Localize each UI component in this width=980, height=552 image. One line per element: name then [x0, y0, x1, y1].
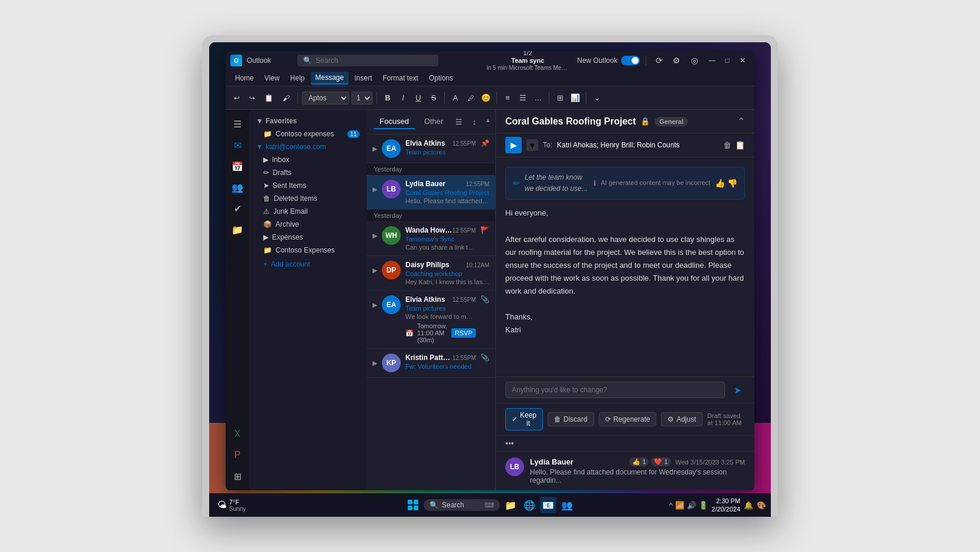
thumbs-up-icon[interactable]: 👍: [715, 177, 725, 190]
email-compose-area[interactable]: Hi everyone, After careful consideration…: [505, 207, 745, 336]
list-button[interactable]: ☰: [516, 92, 529, 105]
menu-options[interactable]: Options: [424, 72, 458, 84]
clipboard-button[interactable]: 📋: [261, 90, 277, 106]
sidebar-icon-mail[interactable]: ✉: [228, 136, 247, 154]
toolbar-settings-icon[interactable]: ⚙: [670, 53, 684, 68]
align-button[interactable]: ≡: [501, 92, 514, 105]
send-options-button[interactable]: ▾: [526, 139, 538, 151]
underline-button[interactable]: U: [412, 92, 425, 105]
email-item-kristin[interactable]: ▶ KP Kristin Patterson (2) 12:55PM Fw: V…: [367, 349, 495, 378]
taskbar-chevron-icon[interactable]: ^: [669, 501, 673, 510]
text-color-button[interactable]: A: [449, 92, 462, 105]
table-button[interactable]: ⊞: [553, 92, 566, 105]
sidebar-icon-grid[interactable]: ⊞: [228, 467, 247, 486]
toolbar-account-icon[interactable]: ◎: [687, 53, 702, 68]
reply-send-button[interactable]: ➤: [730, 382, 745, 398]
reply-input[interactable]: [505, 382, 725, 398]
undo-button[interactable]: ↩: [230, 90, 243, 106]
taskbar-sound-icon[interactable]: 🔊: [687, 501, 696, 510]
email-item-elvia-2[interactable]: ▶ EA Elvia Atkins 12:55PM Team pictures …: [367, 291, 495, 349]
sidebar-icon-excel[interactable]: X: [228, 425, 247, 443]
folder-expenses[interactable]: ▶ Expenses: [249, 231, 367, 244]
filter-icon[interactable]: ☰: [452, 116, 465, 129]
highlight-button[interactable]: 🖊: [464, 92, 477, 105]
email-item-lydia[interactable]: ▶ LB Lydia Bauer 12:55PM Coral Gables Ro…: [367, 175, 495, 210]
size-selector[interactable]: 12: [351, 92, 372, 105]
expand-collapse-icon[interactable]: ⌃: [737, 116, 745, 127]
taskbar-wifi-icon[interactable]: 📶: [675, 501, 684, 510]
taskbar-battery-icon[interactable]: 🔋: [699, 501, 708, 510]
folder-contoso-expenses2[interactable]: 📁 Contoso Expenses: [249, 244, 367, 257]
email-item-elvia-pinned[interactable]: ▶ EA Elvia Atkins 12:55PM Team pictures …: [367, 134, 495, 163]
menu-insert[interactable]: Insert: [350, 72, 377, 84]
folder-archive[interactable]: 📦 Archive: [249, 218, 367, 231]
recipients-field[interactable]: Katri Ahokas; Henry Brill; Robin Counts: [557, 141, 680, 149]
regenerate-button[interactable]: ⟳ Regenerate: [599, 412, 657, 426]
chart-button[interactable]: 📊: [569, 92, 582, 105]
menu-message[interactable]: Message: [311, 72, 349, 85]
add-account-button[interactable]: + Add account: [249, 257, 367, 272]
sidebar-icon-contacts[interactable]: 👥: [228, 178, 247, 197]
taskbar-teams-app[interactable]: 👥: [559, 497, 575, 513]
sidebar-icon-calendar[interactable]: 📅: [228, 157, 247, 176]
sidebar-icon-tasks[interactable]: ✔: [228, 199, 247, 218]
expand-toolbar-button[interactable]: ⌄: [590, 92, 603, 105]
new-outlook-toggle[interactable]: New Outlook: [577, 56, 640, 65]
rsvp-badge[interactable]: RSVP: [451, 328, 476, 338]
menu-view[interactable]: View: [260, 72, 284, 84]
sort-icon[interactable]: ↕: [468, 116, 481, 129]
taskbar-notification-icon[interactable]: 🔔: [744, 501, 753, 510]
bold-button[interactable]: B: [381, 92, 394, 105]
emoji-button[interactable]: 😊: [479, 92, 492, 105]
taskbar-clock[interactable]: 2:30 PM 2/20/2024: [711, 497, 740, 514]
tab-other[interactable]: Other: [418, 115, 449, 129]
toolbar-refresh-icon[interactable]: ⟳: [652, 53, 666, 68]
sidebar-icon-powerpoint[interactable]: P: [228, 446, 247, 465]
taskbar-edge-browser[interactable]: 🌐: [521, 497, 538, 513]
minimize-button[interactable]: —: [705, 53, 719, 68]
menu-format-text[interactable]: Format text: [378, 72, 423, 84]
taskbar-file-explorer[interactable]: 📁: [502, 497, 519, 513]
folder-sent-items[interactable]: ➤ Sent Items: [249, 179, 367, 192]
tab-focused[interactable]: Focused: [374, 115, 415, 129]
favorites-section[interactable]: ▼ Favorites: [249, 115, 367, 127]
folder-contoso-expenses[interactable]: 📁 Contoso expenses 11: [249, 127, 367, 140]
scroll-up-icon[interactable]: ▲: [483, 116, 492, 125]
weather-widget[interactable]: 🌤 7°F Sunny: [214, 497, 249, 513]
sidebar-icon-hamburger[interactable]: ☰: [228, 115, 247, 133]
sidebar-icon-files[interactable]: 📁: [228, 220, 247, 239]
folder-drafts[interactable]: ✏ Drafts: [249, 166, 367, 179]
send-button[interactable]: ▶: [505, 137, 522, 153]
windows-start-button[interactable]: [405, 497, 421, 513]
copy-icon[interactable]: 📋: [735, 140, 745, 150]
font-selector[interactable]: Aptos: [302, 92, 349, 105]
strikethrough-button[interactable]: S: [427, 92, 440, 105]
keep-it-button[interactable]: ✓ Keep it: [505, 408, 543, 430]
more-options-ellipsis[interactable]: •••: [505, 439, 514, 448]
taskbar-search-box[interactable]: 🔍 Search ⌨: [424, 499, 500, 511]
folder-inbox[interactable]: ▶ Inbox: [249, 153, 367, 166]
close-button[interactable]: ✕: [736, 53, 750, 68]
ai-suggestion-text[interactable]: Let the team know we decided to use...: [525, 172, 589, 194]
reaction-heart[interactable]: ❤️ 1: [651, 457, 670, 466]
taskbar-outlook-app[interactable]: 📧: [540, 497, 556, 513]
trash-icon[interactable]: 🗑: [723, 140, 731, 150]
conversation-reply[interactable]: LB Lydia Bauer 👍 1 ❤️ 1: [496, 451, 754, 490]
title-search-input[interactable]: [316, 56, 432, 65]
taskbar-color-icon[interactable]: 🎨: [757, 501, 766, 510]
adjust-button[interactable]: ⚙ Adjust: [661, 412, 702, 426]
folder-deleted-items[interactable]: 🗑 Deleted Items: [249, 192, 367, 205]
discard-button[interactable]: 🗑 Discard: [548, 412, 594, 426]
maximize-button[interactable]: □: [720, 53, 734, 68]
email-item-wanda[interactable]: ▶ WH Wanda Howard 12:55PM Tomorrow's Syn…: [367, 221, 495, 256]
folder-junk-email[interactable]: ⚠ Junk Email: [249, 205, 367, 218]
italic-button[interactable]: I: [397, 92, 410, 105]
title-search-box[interactable]: 🔍: [297, 55, 438, 66]
format-painter-button[interactable]: 🖌: [279, 90, 293, 106]
menu-home[interactable]: Home: [230, 72, 259, 84]
more-options-button[interactable]: …: [532, 92, 545, 105]
redo-button[interactable]: ↪: [246, 90, 259, 106]
thumbs-down-icon[interactable]: 👎: [727, 177, 737, 190]
toggle-switch[interactable]: [621, 56, 640, 65]
menu-help[interactable]: Help: [286, 72, 310, 84]
